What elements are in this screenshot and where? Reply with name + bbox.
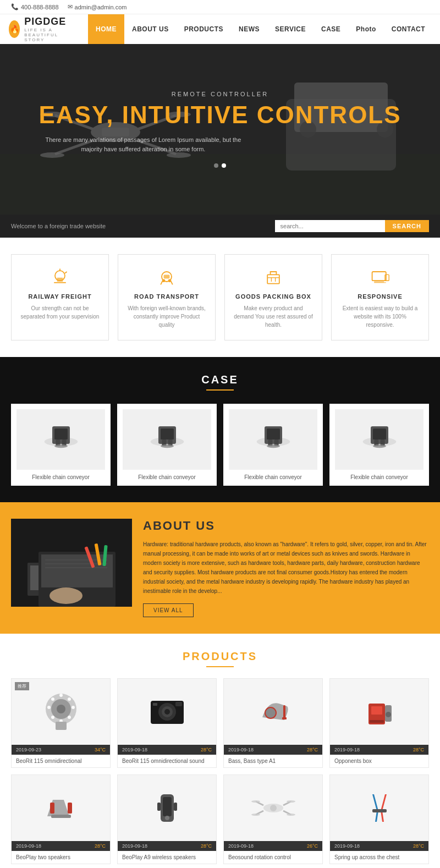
header: 🔥 PIGDGE LIFE IS A BEAUTIFUL STORY HOME … [0, 14, 440, 44]
product-temp-6: 26°C [307, 843, 318, 849]
svg-point-74 [51, 716, 54, 719]
svg-rect-77 [56, 722, 67, 730]
nav-photo[interactable]: Photo [348, 14, 384, 44]
svg-rect-82 [175, 702, 182, 706]
search-bar: Welcome to a foreign trade website SEARC… [0, 215, 440, 238]
product-temp-5: 28°C [201, 843, 212, 849]
feature-desc-0: Our strength can not be separated from y… [20, 304, 100, 321]
case-item-2[interactable]: Flexible chain conveyor [223, 404, 323, 486]
case-label-0: Flexible chain conveyor [16, 474, 105, 480]
product-badge-0: 推荐 [15, 682, 29, 690]
feature-desc-2: Make every product and demand You use re… [234, 304, 313, 329]
case-item-3[interactable]: Flexible chain conveyor [329, 404, 429, 486]
product-card-3[interactable]: 2019-09-18 28°C Opponents box [329, 678, 429, 768]
svg-point-71 [72, 706, 75, 709]
product-card-1[interactable]: 2019-09-18 28°C BeoRit 115 omnidirection… [117, 678, 217, 768]
svg-point-106 [251, 800, 260, 803]
product-date-3: 2019-09-18 [334, 747, 360, 752]
svg-rect-38 [161, 428, 174, 440]
product-date-bar-1: 2019-09-18 28°C [118, 745, 216, 755]
product-card-2[interactable]: 2019-09-18 28°C Bass, Bass type A1 [223, 678, 323, 768]
hero-dot-1[interactable] [214, 163, 218, 168]
feature-card-3: RESPONSIVE Extent is easiest way to buil… [331, 254, 429, 340]
feature-title-2: GOODS PACKING BOX [234, 293, 313, 300]
hero-title-rest: INTUITIVE CONTROLS [122, 101, 402, 128]
phone-icon: 📞 [11, 3, 19, 10]
case-img-1 [123, 409, 211, 470]
products-underline [206, 666, 234, 667]
search-welcome-text: Welcome to a foreign trade website [11, 223, 106, 229]
svg-point-108 [251, 814, 260, 816]
svg-rect-96 [163, 797, 172, 816]
hero-subtitle: There are many variations of passages of… [38, 135, 248, 155]
product-date-bar-4: 2019-09-18 28°C [12, 841, 110, 851]
svg-point-97 [165, 816, 169, 820]
about-text: Hardware: traditional hardware products,… [143, 540, 429, 596]
case-item-1[interactable]: Flexible chain conveyor [117, 404, 217, 486]
hero-title: EASY, INTUITIVE CONTROLS [38, 102, 401, 128]
nav-about[interactable]: ABOUT US [124, 14, 177, 44]
product-temp-7: 28°C [413, 843, 424, 849]
search-input[interactable] [275, 220, 385, 232]
svg-rect-27 [374, 281, 384, 283]
svg-rect-50 [373, 428, 386, 440]
case-item-0[interactable]: Flexible chain conveyor [11, 404, 111, 486]
svg-point-101 [270, 805, 277, 811]
product-img-6 [224, 775, 322, 841]
nav-contact[interactable]: CONTACT [384, 14, 433, 44]
case-section: CASE Flexible chain conveyor [0, 357, 440, 502]
product-name-7: Spring up across the chest [330, 851, 428, 864]
svg-line-18 [65, 272, 67, 273]
svg-rect-98 [157, 803, 161, 811]
nav-products[interactable]: PRODUCTS [177, 14, 231, 44]
feature-desc-3: Extent is easiest way to build a website… [340, 304, 420, 329]
product-name-2: Bass, Bass type A1 [224, 755, 322, 767]
case-title: CASE [11, 373, 429, 386]
svg-point-76 [51, 697, 54, 701]
feature-title-3: RESPONSIVE [340, 293, 420, 300]
product-card-0[interactable]: 推荐 2019-09-23 [11, 678, 111, 768]
svg-point-53 [373, 444, 386, 448]
product-name-3: Opponents box [330, 755, 428, 767]
logo-name: PIGDGE [24, 16, 79, 28]
product-card-7[interactable]: 2019-09-18 28°C Spring up across the che… [329, 774, 429, 864]
search-form: SEARCH [275, 220, 429, 232]
logo-icon: 🔥 [9, 20, 20, 38]
nav-home[interactable]: HOME [88, 14, 124, 44]
svg-point-41 [161, 444, 174, 448]
product-date-5: 2019-09-18 [122, 843, 147, 849]
product-img-0: 推荐 [12, 679, 110, 745]
svg-rect-110 [372, 809, 387, 812]
product-date-bar-3: 2019-09-18 28°C [330, 745, 428, 755]
nav-case[interactable]: CASE [314, 14, 348, 44]
product-img-4 [12, 775, 110, 841]
products-grid: 推荐 2019-09-23 [11, 678, 429, 864]
view-all-button[interactable]: VIEW ALL [143, 603, 194, 617]
nav-news[interactable]: NEWS [231, 14, 267, 44]
svg-point-23 [162, 279, 165, 282]
product-temp-2: 28°C [307, 747, 318, 752]
hero-content: REMOTE CONTROLLER EASY, INTUITIVE CONTRO… [38, 91, 401, 168]
nav-service[interactable]: SERVICE [267, 14, 314, 44]
svg-rect-44 [267, 428, 280, 440]
svg-rect-91 [370, 720, 384, 723]
packing-icon [262, 266, 284, 288]
product-name-6: Beosound rotation control [224, 851, 322, 864]
product-name-0: BeoRit 115 omnidirectional [12, 755, 110, 767]
product-date-4: 2019-09-18 [16, 843, 41, 849]
product-card-6[interactable]: 2019-09-18 26°C Beosound rotation contro… [223, 774, 323, 864]
product-card-5[interactable]: 2019-09-18 28°C BeoPlay A9 wireless spea… [117, 774, 217, 864]
hero-dot-2[interactable] [222, 163, 226, 168]
search-button[interactable]: SEARCH [385, 220, 429, 232]
product-img-3 [330, 679, 428, 745]
main-nav: HOME ABOUT US PRODUCTS NEWS SERVICE CASE… [88, 14, 440, 44]
svg-point-24 [168, 279, 171, 282]
product-card-4[interactable]: 2019-09-18 28°C BeoPlay two speakers [11, 774, 111, 864]
case-img-2 [229, 409, 317, 470]
product-temp-1: 28°C [201, 747, 212, 752]
product-date-2: 2019-09-18 [228, 747, 254, 752]
svg-rect-32 [54, 428, 68, 440]
svg-rect-99 [174, 803, 177, 811]
svg-rect-94 [51, 815, 71, 818]
hero-section: REMOTE CONTROLLER EASY, INTUITIVE CONTRO… [0, 44, 440, 215]
